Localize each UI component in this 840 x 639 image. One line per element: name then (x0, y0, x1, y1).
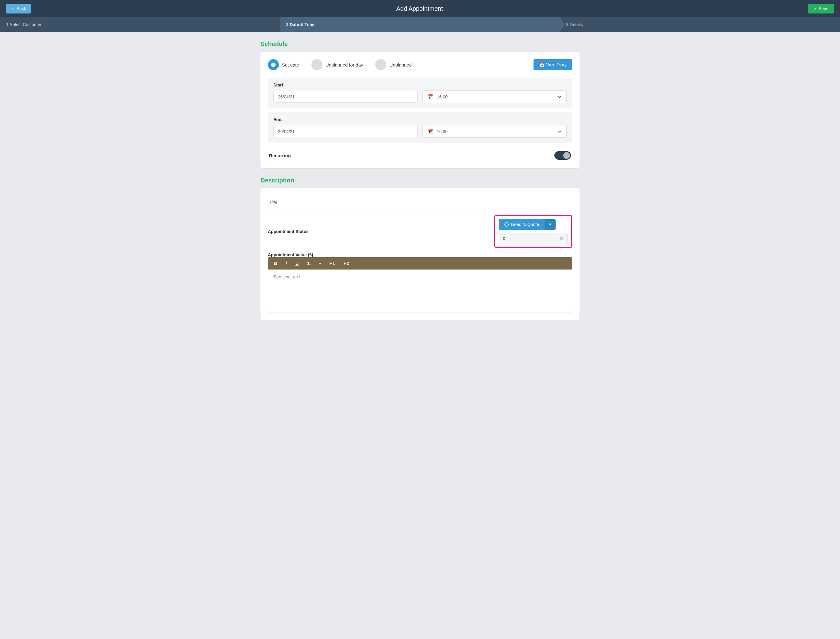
status-btn-group: Need to Quote ▼ (499, 219, 567, 230)
description-section-title: Description (260, 177, 580, 184)
breadcrumb-step3[interactable]: 3 Details (560, 17, 840, 32)
editor-area[interactable]: Type your text (268, 270, 572, 312)
value-row-inner: ✕ (499, 233, 567, 244)
appointment-value-label: Appointment Value (£) (268, 252, 313, 257)
page-title: Add Appointment (396, 5, 443, 12)
appointment-value-input[interactable] (503, 236, 556, 241)
underline-button[interactable]: U (294, 260, 300, 267)
recurring-toggle[interactable] (555, 151, 571, 160)
schedule-card: Set date Unplanned for day Unplanned 📅 V… (260, 52, 580, 168)
start-field-section: Start: 26/04/21 📅 16:00 (268, 78, 572, 108)
calendar-icon: 📅 (539, 62, 544, 67)
h2-button[interactable]: H2 (343, 260, 351, 267)
end-label: End: (273, 117, 567, 122)
end-date-time-row: 26/04/21 📅 16:30 (273, 125, 567, 138)
option-set-date[interactable]: Set date (268, 59, 299, 70)
schedule-section-title: Schedule (260, 40, 580, 48)
bullet-list-button[interactable]: • (318, 260, 322, 267)
start-date-display[interactable]: 26/04/21 (273, 91, 418, 103)
status-button[interactable]: Need to Quote (499, 219, 545, 230)
editor-toolbar: B / U 1. • H1 H2 " (268, 257, 572, 270)
breadcrumb: 1 Select Customer 2 Date & Time 3 Detail… (0, 17, 840, 32)
description-card: Appointment Status Need to Quote ▼ ✕ (260, 188, 580, 320)
start-date-time-row: 26/04/21 📅 16:00 (273, 91, 567, 103)
start-time-wrap[interactable]: 📅 16:00 (422, 91, 567, 103)
start-time-select[interactable]: 16:00 (436, 94, 562, 100)
recurring-row: Recurring (268, 147, 572, 161)
end-date-display[interactable]: 26/04/21 (273, 126, 418, 137)
appointment-value-row: Appointment Value (£) (268, 252, 572, 257)
appointment-status-row: Appointment Status Need to Quote ▼ ✕ (268, 215, 572, 248)
schedule-options: Set date Unplanned for day Unplanned 📅 V… (268, 59, 572, 70)
back-button[interactable]: ← Back (6, 4, 31, 13)
bold-button[interactable]: B (273, 260, 278, 267)
option-unplanned-day[interactable]: Unplanned for day (311, 59, 363, 70)
radio-unplanned-day[interactable] (311, 59, 322, 70)
calendar-icon: 📅 (427, 94, 433, 100)
status-dropdown-arrow[interactable]: ▼ (545, 219, 556, 230)
end-field-section: End: 26/04/21 📅 16:30 (268, 112, 572, 143)
status-value: Need to Quote (511, 222, 539, 227)
clear-value-button[interactable]: ✕ (559, 236, 564, 241)
start-label: Start: (273, 83, 567, 87)
title-input[interactable] (268, 196, 572, 210)
option-unplanned[interactable]: Unplanned (375, 59, 412, 70)
option-unplanned-day-label: Unplanned for day (325, 62, 363, 67)
calendar-icon: 📅 (427, 129, 433, 134)
radio-unplanned[interactable] (375, 59, 386, 70)
breadcrumb-step2[interactable]: 2 Date & Time (280, 17, 560, 32)
quote-button[interactable]: " (357, 260, 361, 267)
h1-button[interactable]: H1 (328, 260, 336, 267)
ordered-list-button[interactable]: 1. (306, 260, 312, 267)
status-circle-icon (504, 222, 508, 227)
app-header: ← Back Add Appointment ✓ Save (0, 0, 840, 17)
main-content: Schedule Set date Unplanned for day Unpl… (251, 32, 589, 337)
appointment-status-label: Appointment Status (268, 229, 309, 234)
value-input-wrap: ✕ (499, 233, 567, 244)
view-diary-label: View Diary (546, 62, 567, 67)
italic-button[interactable]: / (284, 260, 288, 267)
end-time-wrap[interactable]: 📅 16:30 (422, 125, 567, 138)
option-set-date-label: Set date (282, 62, 299, 67)
radio-set-date[interactable] (268, 59, 279, 70)
highlight-box: Need to Quote ▼ ✕ (494, 215, 572, 248)
editor-placeholder: Type your text (273, 274, 300, 279)
option-unplanned-label: Unplanned (389, 62, 412, 67)
breadcrumb-step1[interactable]: 1 Select Customer (0, 17, 280, 32)
toggle-knob (563, 152, 570, 159)
recurring-label: Recurring (269, 153, 291, 158)
view-diary-button[interactable]: 📅 View Diary (534, 59, 572, 70)
save-button[interactable]: ✓ Save (808, 4, 834, 13)
end-time-select[interactable]: 16:30 (436, 129, 562, 134)
